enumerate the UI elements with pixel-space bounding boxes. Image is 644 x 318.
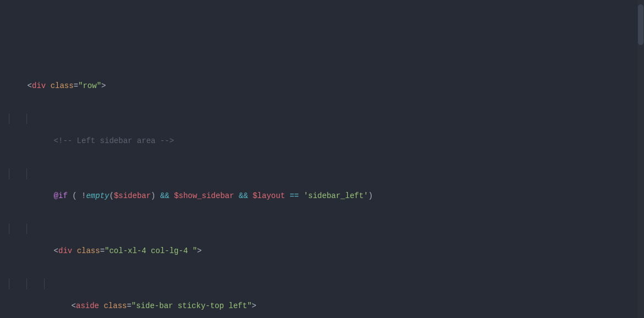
string: "col-xl-4 col-lg-4 "	[105, 246, 197, 255]
string: "row"	[78, 81, 101, 90]
code-editor[interactable]: <div class="row"> <!-- Left sidebar area…	[0, 0, 644, 318]
code-line[interactable]: <div class="row">	[9, 58, 644, 69]
string: "side-bar sticky-top left"	[132, 301, 252, 310]
tag-name: div	[32, 81, 46, 90]
function: empty	[86, 191, 109, 200]
code-line[interactable]: <!-- Left sidebar area -->	[9, 113, 644, 124]
code-line[interactable]: <div class="col-xl-4 col-lg-4 ">	[9, 223, 644, 234]
code-line[interactable]: @if ( !empty($sidebar) && $show_sidebar …	[9, 168, 644, 179]
directive: @if	[54, 191, 68, 200]
comment: <!-- Left sidebar area -->	[54, 136, 174, 145]
variable: $layout	[253, 191, 285, 200]
string: 'sidebar_left'	[303, 191, 368, 200]
variable: $show_sidebar	[174, 191, 234, 200]
vertical-scrollbar[interactable]	[637, 0, 644, 318]
bracket: <	[28, 81, 32, 90]
variable: $sidebar	[114, 191, 151, 200]
scrollbar-thumb[interactable]	[638, 4, 643, 45]
code-line[interactable]: <aside class="side-bar sticky-top left">	[9, 278, 644, 289]
attr-name: class	[51, 81, 74, 90]
